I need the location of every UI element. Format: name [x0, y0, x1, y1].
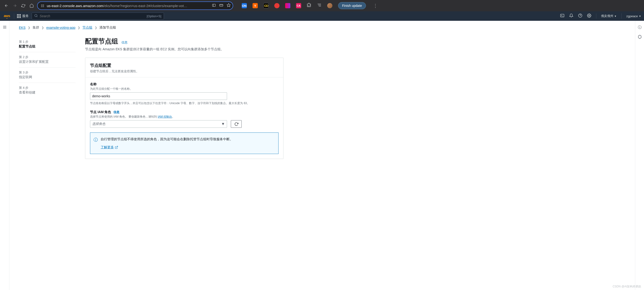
watermark: CSDN @AI架构师易筋	[612, 284, 641, 288]
svg-rect-6	[212, 4, 216, 6]
nodegroup-config-panel: 节点组配置 创建节点组后，无法更改这些属性。 名称 为此节点组分配一个唯一的名称…	[85, 58, 284, 159]
caret-down-icon: ▼	[639, 15, 641, 18]
svg-marker-10	[227, 4, 230, 7]
content-area: EKS ❯ 集群 ❯ example-voting-app ❯ 节点组 ❯ 添加…	[10, 21, 635, 290]
field-label: 节点 IAM 角色 信息	[90, 110, 278, 114]
field-hint: 选择节点将使用的 IAM 角色。 要创建新角色，请转到 IAM 控制台。	[90, 115, 278, 119]
bookmark-star-icon[interactable]	[226, 3, 231, 8]
browser-menu-icon[interactable]: ⋮	[372, 3, 379, 8]
panel-title: 节点组配置	[90, 62, 278, 68]
aws-console-header: aws⌣ 服务 [Option+S] 俄亥俄州 ▼ zgpeace	[0, 11, 644, 21]
wizard-layout: 第 1 步 配置节点组 第 2 步 设置计算和扩展配置 第 3 步 指定联网 第…	[19, 37, 626, 164]
info-link[interactable]: 信息	[114, 110, 120, 114]
svg-line-24	[116, 146, 118, 147]
caret-down-icon: ▼	[221, 122, 225, 126]
payment-icon[interactable]	[219, 3, 223, 8]
svg-point-4	[44, 6, 44, 6]
step-title: 指定联网	[19, 75, 76, 79]
panel-subtitle: 创建节点组后，无法更改这些属性。	[90, 69, 278, 74]
addr-actions	[212, 3, 231, 8]
wizard-steps: 第 1 步 配置节点组 第 2 步 设置计算和扩展配置 第 3 步 指定联网 第…	[19, 37, 76, 164]
breadcrumb-cluster-name[interactable]: example-voting-app	[46, 26, 75, 30]
finish-update-button[interactable]: Finish update	[338, 2, 366, 9]
hamburger-icon[interactable]	[2, 26, 7, 30]
refresh-roles-button[interactable]	[231, 120, 242, 128]
side-hamburger-column	[0, 21, 10, 290]
profile-avatar[interactable]	[327, 3, 332, 8]
step-1[interactable]: 第 1 步 配置节点组	[19, 37, 76, 52]
info-link[interactable]: 信息	[122, 40, 128, 45]
account-menu[interactable]: zgpeace ▼	[626, 14, 641, 18]
extensions-icon[interactable]	[307, 3, 311, 8]
app-body: EKS ❯ 集群 ❯ example-voting-app ❯ 节点组 ❯ 添加…	[0, 21, 644, 290]
page-description: 节点组是向 Amazon EKS 集群提供计算容量的一组 EC2 实例。您可以向…	[85, 47, 284, 52]
hexagon-icon[interactable]	[638, 35, 642, 40]
step-2[interactable]: 第 2 步 设置计算和扩展配置	[19, 52, 76, 68]
extension-adblock-icon[interactable]	[274, 3, 280, 8]
step-number: 第 3 步	[19, 70, 76, 75]
extension-y-icon[interactable]: Y	[252, 3, 258, 8]
breadcrumb-eks[interactable]: EKS	[19, 26, 26, 30]
home-icon[interactable]	[30, 4, 34, 8]
field-nodegroup-name: 名称 为此节点组分配一个唯一的名称。 节点组名称应以字母或数字开头，并且可以包含…	[90, 82, 278, 105]
separator	[621, 14, 622, 19]
site-info-icon[interactable]	[40, 4, 44, 8]
svg-line-15	[36, 16, 37, 17]
region-selector[interactable]: 俄亥俄州 ▼	[601, 14, 616, 18]
step-title: 设置计算和扩展配置	[19, 60, 76, 64]
step-3[interactable]: 第 3 步 指定联网	[19, 68, 76, 83]
breadcrumb-current: 添加节点组	[100, 26, 116, 30]
breadcrumb-clusters: 集群	[32, 26, 39, 30]
right-utility-rail: ⓘ	[635, 21, 644, 290]
step-4[interactable]: 第 4 步 查看和创建	[19, 83, 76, 98]
caret-down-icon: ▼	[614, 15, 616, 18]
services-label: 服务	[22, 14, 29, 18]
step-title: 查看和创建	[19, 90, 76, 95]
info-icon: ⓘ	[94, 136, 98, 143]
services-menu[interactable]: 服务	[17, 14, 29, 18]
chevron-right-icon: ❯	[95, 26, 97, 29]
wizard-main: 配置节点组 信息 节点组是向 Amazon EKS 集群提供计算容量的一组 EC…	[85, 37, 284, 164]
search-input[interactable]	[40, 14, 145, 18]
notifications-icon[interactable]	[569, 14, 573, 19]
extension-brain-icon[interactable]	[285, 3, 290, 8]
extension-ca-icon[interactable]: CA	[296, 3, 301, 8]
aws-search-bar[interactable]: [Option+S]	[32, 12, 164, 20]
extension-on-icon[interactable]: ON	[242, 3, 247, 8]
chevron-right-icon: ❯	[42, 26, 44, 29]
svg-marker-25	[638, 35, 641, 39]
back-icon[interactable]	[4, 4, 8, 8]
breadcrumb-nodegroups[interactable]: 节点组	[82, 26, 92, 30]
separator	[14, 14, 14, 19]
nodegroup-name-input[interactable]	[90, 92, 227, 100]
settings-icon[interactable]	[587, 14, 591, 19]
panel-header: 节点组配置 创建节点组后，无法更改这些属性。	[85, 58, 283, 78]
step-number: 第 2 步	[19, 55, 76, 59]
extension-colab-icon[interactable]: CO	[264, 3, 268, 8]
role-select-row: 选择角色 ▼	[90, 120, 278, 128]
iam-console-link[interactable]: IAM 控制台	[158, 115, 172, 118]
cloudshell-icon[interactable]	[560, 14, 564, 19]
reading-list-icon[interactable]	[317, 3, 322, 8]
field-constraint: 节点组名称应以字母或数字开头，并且可以包含以下任意字符：Unicode 字母、数…	[90, 101, 278, 105]
share-icon[interactable]	[212, 3, 216, 8]
aws-logo[interactable]: aws⌣	[3, 14, 11, 19]
search-shortcut: [Option+S]	[147, 14, 161, 18]
learn-more-link[interactable]: 了解更多	[101, 144, 118, 150]
help-icon[interactable]	[578, 14, 582, 19]
info-panel-icon[interactable]: ⓘ	[638, 25, 642, 30]
iam-role-select[interactable]: 选择角色 ▼	[90, 120, 227, 128]
svg-point-5	[44, 6, 44, 7]
field-hint: 为此节点组分配一个唯一的名称。	[90, 87, 278, 91]
step-number: 第 1 步	[19, 40, 76, 44]
reload-icon[interactable]	[21, 4, 25, 8]
user-label: zgpeace	[626, 14, 638, 18]
chevron-right-icon: ❯	[78, 26, 80, 29]
alert-text: 自行管理的节点组不得使用所选的角色，因为这可能会在删除托管节点组时导致服务中断。	[101, 136, 274, 142]
iam-role-info-alert: ⓘ 自行管理的节点组不得使用所选的角色，因为这可能会在删除托管节点组时导致服务中…	[90, 132, 278, 154]
extensions-tray: ON Y CO CA Finish update ⋮	[236, 2, 379, 9]
page-title: 配置节点组	[85, 37, 118, 46]
address-bar[interactable]: us-east-2.console.aws.amazon.com/eks/hom…	[37, 2, 233, 10]
page-title-row: 配置节点组 信息	[85, 37, 284, 47]
svg-rect-16	[560, 14, 564, 17]
